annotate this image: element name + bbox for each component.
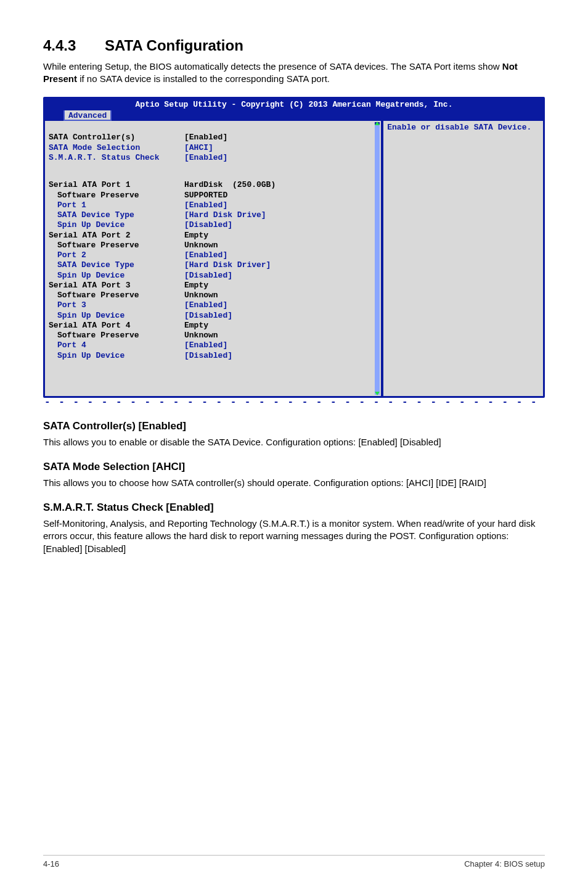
bios-row-value: Unknown	[184, 241, 218, 250]
bios-port-name: Serial ATA Port 1	[49, 180, 184, 190]
bios-port-row[interactable]: Spin Up Device [Disabled]	[49, 311, 377, 321]
bios-row-label: Software Preserve	[57, 291, 184, 300]
bios-port-header[interactable]: Serial ATA Port 4 Empty	[49, 321, 377, 331]
bios-port-row[interactable]: Port 1 [Enabled]	[49, 200, 377, 210]
bios-top-item[interactable]: S.M.A.R.T. Status Check [Enabled]	[49, 153, 377, 163]
page-footer: 4-16 Chapter 4: BIOS setup	[43, 855, 545, 868]
bios-main-area: SATA Controller(s) [Enabled]SATA Mode Se…	[45, 121, 381, 396]
bios-port-row[interactable]: Spin Up Device [Disabled]	[49, 220, 377, 230]
bios-row-label: Port 4	[57, 340, 184, 350]
bios-port-status: Empty	[184, 231, 208, 241]
subsection-heading-2: S.M.A.R.T. Status Check [Enabled]	[43, 501, 545, 514]
footer-page-number: 4-16	[43, 859, 59, 868]
bios-port-status: Empty	[184, 281, 208, 291]
subsection-heading-0: SATA Controller(s) [Enabled]	[43, 420, 545, 432]
bios-port-name: Serial ATA Port 2	[49, 231, 184, 241]
bios-port-header[interactable]: Serial ATA Port 1 HardDisk (250.0GB)	[49, 180, 377, 190]
bios-port-name: Serial ATA Port 3	[49, 281, 184, 291]
bios-row-label: Spin Up Device	[57, 351, 184, 361]
bios-row-value: [Hard Disk Drive]	[184, 210, 266, 220]
bios-port-name: Serial ATA Port 4	[49, 321, 184, 331]
bios-row-value: [Enabled]	[184, 250, 227, 260]
section-number: 4.4.3	[43, 37, 105, 54]
bios-tab-advanced[interactable]: Advanced	[63, 110, 112, 121]
section-heading: 4.4.3SATA Configuration	[43, 37, 545, 54]
footer-chapter: Chapter 4: BIOS setup	[464, 859, 545, 868]
bios-row-value: [Disabled]	[184, 351, 232, 361]
bios-port-status: HardDisk (250.0GB)	[184, 180, 276, 190]
bios-row-value: Unknown	[184, 331, 218, 340]
bios-row-label: Port 3	[57, 300, 184, 310]
section-title-text: SATA Configuration	[105, 37, 243, 54]
scroll-up-icon[interactable]	[375, 122, 380, 125]
bios-row-label: Port 2	[57, 250, 184, 260]
bios-port-status: Empty	[184, 321, 208, 331]
bios-port-row[interactable]: Port 2 [Enabled]	[49, 250, 377, 260]
bios-item-value: [Enabled]	[184, 153, 227, 163]
intro-post: if no SATA device is installed to the co…	[77, 73, 330, 84]
bios-top-item[interactable]: SATA Controller(s) [Enabled]	[49, 133, 377, 142]
bios-row-label: Spin Up Device	[57, 271, 184, 281]
subsection-desc-0: This allows you to enable or disable the…	[43, 436, 545, 448]
bios-port-row[interactable]: Spin Up Device [Disabled]	[49, 351, 377, 361]
bios-item-label: SATA Controller(s)	[49, 133, 184, 142]
bios-row-value: [Disabled]	[184, 311, 232, 321]
subsection-desc-1: This allows you to choose how SATA contr…	[43, 477, 545, 489]
bios-help-area: Enable or disable SATA Device.	[383, 121, 543, 396]
bios-row-value: [Enabled]	[184, 200, 227, 210]
bios-item-value: [AHCI]	[184, 143, 213, 153]
bios-row-value: [Enabled]	[184, 300, 227, 310]
bios-item-label: SATA Mode Selection	[49, 143, 184, 153]
bios-row-value: [Enabled]	[184, 340, 227, 350]
bios-row-label: Software Preserve	[57, 191, 184, 200]
bios-row-label: SATA Device Type	[57, 210, 184, 220]
bios-row-value: Unknown	[184, 291, 218, 300]
subsection-heading-1: SATA Mode Selection [AHCI]	[43, 461, 545, 473]
bios-port-row[interactable]: Software Preserve Unknown	[49, 241, 377, 250]
bios-row-value: SUPPORTED	[184, 191, 227, 200]
bios-row-label: Software Preserve	[57, 331, 184, 340]
scroll-down-icon[interactable]	[375, 392, 380, 395]
bios-tab-row: Advanced	[45, 110, 543, 121]
bios-item-label: S.M.A.R.T. Status Check	[49, 153, 184, 163]
bios-row-value: [Hard Disk Driver]	[184, 260, 271, 270]
intro-pre: While entering Setup, the BIOS automatic…	[43, 61, 502, 72]
bios-row-label: Port 1	[57, 200, 184, 210]
bios-row-label: SATA Device Type	[57, 260, 184, 270]
bios-port-header[interactable]: Serial ATA Port 3 Empty	[49, 281, 377, 291]
bios-row-value: [Disabled]	[184, 271, 232, 281]
subsection-desc-2: Self-Monitoring, Analysis, and Reporting…	[43, 518, 545, 555]
bios-port-row[interactable]: Port 4 [Enabled]	[49, 340, 377, 350]
bios-help-text: Enable or disable SATA Device.	[387, 123, 531, 132]
bios-top-item[interactable]: SATA Mode Selection [AHCI]	[49, 143, 377, 153]
bios-item-value: [Enabled]	[184, 133, 227, 142]
bios-port-row[interactable]: Spin Up Device [Disabled]	[49, 271, 377, 281]
bios-panel: Aptio Setup Utility - Copyright (C) 2013…	[43, 97, 545, 398]
bios-bottom-border: - - - - - - - - - - - - - - - - - - - - …	[43, 397, 545, 408]
bios-port-row[interactable]: Port 3 [Enabled]	[49, 300, 377, 310]
intro-paragraph: While entering Setup, the BIOS automatic…	[43, 60, 545, 86]
bios-port-row[interactable]: SATA Device Type [Hard Disk Driver]	[49, 260, 377, 270]
bios-row-label: Software Preserve	[57, 241, 184, 250]
bios-row-label: Spin Up Device	[57, 220, 184, 230]
bios-port-row[interactable]: Software Preserve SUPPORTED	[49, 191, 377, 200]
bios-row-label: Spin Up Device	[57, 311, 184, 321]
bios-row-value: [Disabled]	[184, 220, 232, 230]
bios-port-header[interactable]: Serial ATA Port 2 Empty	[49, 231, 377, 241]
bios-header: Aptio Setup Utility - Copyright (C) 2013…	[45, 99, 543, 110]
bios-scrollbar[interactable]	[375, 122, 380, 395]
bios-port-row[interactable]: Software Preserve Unknown	[49, 331, 377, 340]
bios-port-row[interactable]: Software Preserve Unknown	[49, 291, 377, 300]
bios-port-row[interactable]: SATA Device Type [Hard Disk Drive]	[49, 210, 377, 220]
